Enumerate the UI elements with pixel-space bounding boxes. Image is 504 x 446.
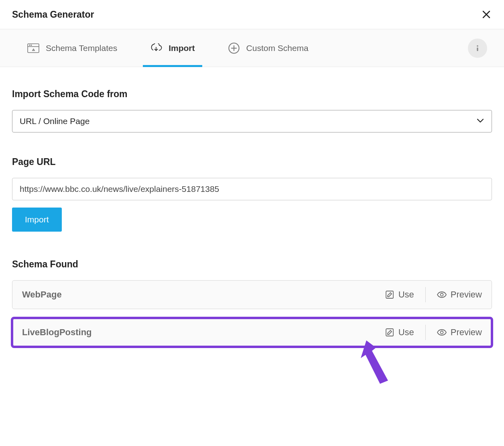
svg-rect-12	[386, 291, 393, 298]
dialog-title: Schema Generator	[12, 9, 94, 20]
info-icon	[473, 44, 482, 53]
use-label: Use	[398, 327, 414, 338]
schema-row-liveblogposting: LiveBlogPosting Use Preview	[12, 318, 492, 347]
tab-label: Custom Schema	[246, 43, 309, 53]
close-icon	[482, 10, 491, 19]
tab-custom-schema[interactable]: Custom Schema	[221, 29, 316, 67]
schema-found-label: Schema Found	[12, 259, 492, 270]
svg-point-15	[440, 331, 443, 334]
import-icon	[150, 43, 162, 53]
source-select[interactable]: URL / Online Page	[12, 110, 492, 132]
svg-point-10	[477, 45, 478, 47]
tab-schema-templates[interactable]: Schema Templates	[20, 29, 124, 67]
plus-circle-icon	[228, 43, 240, 53]
dialog-header: Schema Generator	[0, 0, 504, 29]
tab-import[interactable]: Import	[143, 29, 202, 67]
preview-button[interactable]: Preview	[437, 327, 482, 338]
close-button[interactable]	[481, 9, 492, 20]
preview-button[interactable]: Preview	[437, 289, 482, 300]
eye-icon	[437, 328, 447, 337]
source-label: Import Schema Code from	[12, 89, 492, 100]
annotation-arrow	[359, 340, 407, 397]
edit-icon	[385, 290, 394, 299]
tab-bar: Schema Templates Import Custom Schema	[0, 29, 504, 67]
source-select-value: URL / Online Page	[20, 116, 89, 126]
svg-point-4	[29, 45, 30, 45]
use-label: Use	[398, 289, 414, 300]
action-divider	[425, 325, 426, 340]
action-divider	[425, 287, 426, 302]
edit-icon	[385, 328, 394, 337]
page-url-input[interactable]	[12, 178, 492, 200]
url-label: Page URL	[12, 157, 492, 167]
schema-name: WebPage	[22, 289, 62, 300]
svg-rect-14	[386, 329, 393, 336]
preview-label: Preview	[451, 289, 482, 300]
svg-point-5	[31, 45, 32, 45]
tab-label: Schema Templates	[46, 43, 117, 53]
svg-point-13	[440, 293, 443, 296]
import-panel: Import Schema Code from URL / Online Pag…	[0, 67, 504, 347]
template-icon	[27, 43, 39, 53]
import-button[interactable]: Import	[12, 208, 62, 232]
eye-icon	[437, 290, 447, 299]
schema-name: LiveBlogPosting	[22, 327, 92, 338]
preview-label: Preview	[451, 327, 482, 338]
use-button[interactable]: Use	[385, 327, 414, 338]
info-button[interactable]	[468, 39, 487, 58]
use-button[interactable]: Use	[385, 289, 414, 300]
row-actions: Use Preview	[385, 325, 482, 340]
svg-rect-11	[477, 47, 478, 51]
row-actions: Use Preview	[385, 287, 482, 302]
svg-marker-16	[361, 340, 388, 384]
schema-row-webpage: WebPage Use Preview	[12, 280, 492, 309]
tab-label: Import	[169, 43, 195, 53]
